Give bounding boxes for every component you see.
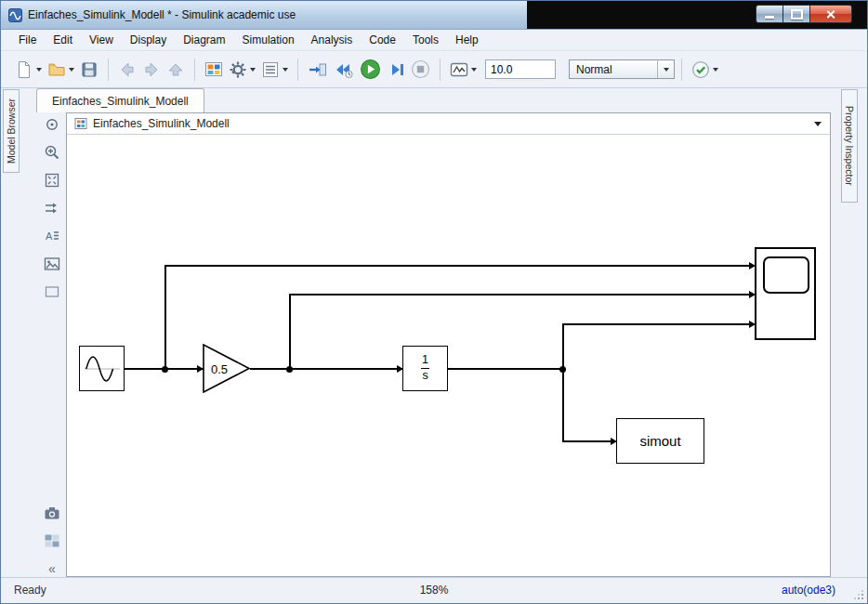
wire-segment[interactable] (562, 323, 564, 369)
wire-segment[interactable] (562, 368, 564, 441)
sim-mode-select[interactable]: Normal (569, 59, 675, 79)
new-model-button[interactable] (12, 58, 45, 82)
target-button[interactable] (42, 114, 62, 135)
wire-segment[interactable] (562, 440, 612, 442)
scope-block[interactable] (755, 247, 816, 340)
simulink-app-icon (8, 8, 22, 22)
box-icon (43, 282, 61, 301)
simulink-window: Einfaches_Simulink_Modell * - Simulink a… (0, 0, 868, 604)
model-browser-tab[interactable]: Model Browser (3, 89, 20, 173)
step-back-icon (334, 60, 354, 79)
svg-text:A: A (46, 230, 53, 242)
sine-wave-block[interactable] (79, 346, 125, 391)
wire-segment[interactable] (448, 368, 563, 370)
menu-analysis[interactable]: Analysis (303, 31, 362, 49)
menu-edit[interactable]: Edit (45, 31, 81, 49)
model-configuration-button[interactable] (258, 58, 291, 82)
forward-arrow-icon (142, 60, 161, 79)
property-inspector-label: Property Inspector (844, 106, 855, 186)
window-controls (756, 5, 852, 23)
annotation-button[interactable]: A (42, 226, 62, 246)
step-back-button[interactable] (331, 58, 357, 82)
model-icon (74, 117, 87, 130)
config-list-icon (261, 60, 280, 79)
property-inspector-tab[interactable]: Property Inspector (841, 89, 858, 203)
close-icon (826, 9, 836, 20)
wire-segment[interactable] (289, 294, 291, 369)
diagram-canvas[interactable]: 0.5 1 s simout (67, 135, 830, 576)
new-file-icon (15, 60, 33, 79)
resize-grip[interactable] (852, 588, 863, 599)
breadcrumb-dropdown-icon[interactable] (814, 122, 822, 126)
model-advisor-button[interactable] (689, 58, 721, 82)
save-button[interactable] (77, 58, 101, 82)
fit-to-view-button[interactable] (42, 170, 62, 190)
run-button[interactable] (357, 58, 384, 82)
wire-segment[interactable] (562, 323, 750, 325)
solver-indicator[interactable]: auto(ode3) (782, 584, 835, 597)
wire-segment[interactable] (289, 294, 750, 295)
stop-time-input[interactable] (485, 59, 556, 79)
stop-button[interactable] (408, 58, 433, 82)
minimize-button[interactable] (756, 5, 783, 23)
simulation-data-inspector-button[interactable] (447, 58, 480, 82)
window-title: Einfaches_Simulink_Modell * - Simulink a… (28, 8, 296, 21)
config-caret-icon (283, 68, 288, 72)
open-button[interactable] (45, 58, 77, 82)
data-inspector-link-button[interactable] (305, 58, 331, 82)
library-browser-button[interactable] (202, 58, 226, 82)
menu-view[interactable]: View (81, 31, 122, 49)
gain-block[interactable]: 0.5 (203, 344, 251, 393)
branch-point[interactable] (286, 366, 293, 373)
breadcrumb-model[interactable]: Einfaches_Simulink_Modell (93, 117, 230, 130)
sim-mode-value: Normal (570, 63, 657, 76)
up-arrow-icon (166, 60, 185, 79)
wire-segment[interactable] (164, 265, 750, 267)
menu-help[interactable]: Help (447, 31, 487, 49)
zoom-level: 158% (420, 584, 449, 597)
menubar: File Edit View Display Diagram Simulatio… (1, 29, 867, 51)
forward-button[interactable] (139, 58, 164, 82)
tab-model[interactable]: Einfaches_Simulink_Modell (36, 88, 204, 112)
area-box-button[interactable] (42, 282, 62, 302)
back-button[interactable] (115, 58, 139, 82)
library-browser-icon (204, 60, 223, 79)
floppy-icon (80, 60, 99, 79)
blocks-icon (43, 532, 61, 550)
toolbar-separator (108, 59, 109, 81)
screenshot-button[interactable] (42, 503, 62, 523)
signal-direction-button[interactable] (42, 198, 62, 218)
image-annotation-button[interactable] (42, 254, 62, 274)
menu-display[interactable]: Display (122, 31, 175, 49)
integrator-block[interactable]: 1 s (402, 346, 448, 391)
model-editor: Einfaches_Simulink_Modell (66, 112, 831, 577)
wire-segment[interactable] (164, 265, 166, 369)
menu-tools[interactable]: Tools (404, 31, 447, 49)
advisor-caret-icon (713, 68, 718, 72)
gain-value: 0.5 (211, 361, 228, 375)
collapse-palette-button[interactable]: « (42, 558, 62, 579)
integrator-numerator: 1 (422, 354, 428, 367)
zoom-in-button[interactable] (42, 142, 62, 163)
menu-diagram[interactable]: Diagram (175, 31, 233, 49)
to-workspace-block[interactable]: simout (616, 418, 704, 464)
maximize-button[interactable] (783, 5, 810, 23)
sim-mode-dropdown-button[interactable] (657, 60, 674, 78)
model-settings-button[interactable] (226, 58, 258, 82)
menu-code[interactable]: Code (361, 31, 404, 49)
data-inspector-link-icon (308, 60, 328, 79)
close-button[interactable] (810, 5, 852, 23)
toolbar-separator (440, 59, 441, 81)
folder-icon (47, 60, 66, 79)
up-button[interactable] (164, 58, 188, 82)
open-caret-icon (69, 68, 74, 72)
step-forward-button[interactable] (384, 58, 408, 82)
scope-screen-icon (763, 256, 809, 294)
menu-simulation[interactable]: Simulation (234, 31, 303, 49)
to-workspace-label: simout (639, 433, 680, 449)
wire-segment[interactable] (250, 368, 403, 370)
branch-point[interactable] (559, 366, 566, 373)
viewmarks-button[interactable] (42, 531, 62, 551)
menu-file[interactable]: File (10, 31, 45, 49)
branch-point[interactable] (162, 366, 168, 373)
